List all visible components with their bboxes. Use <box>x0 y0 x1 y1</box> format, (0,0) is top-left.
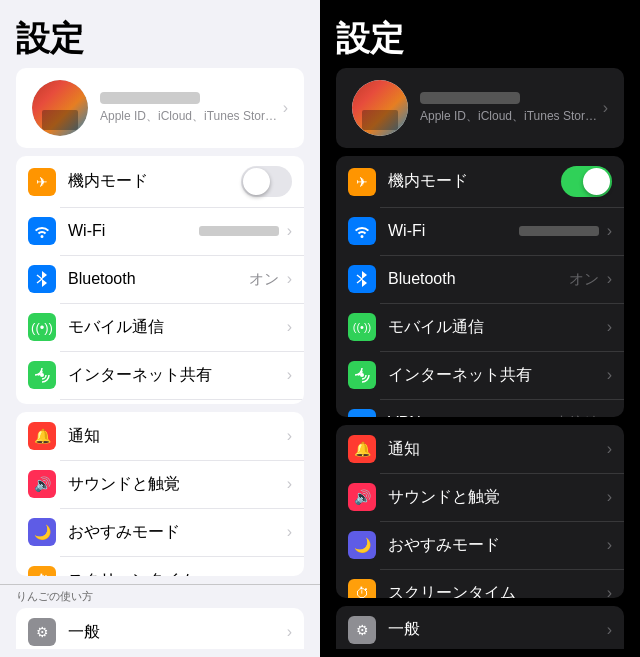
light-screentime-chevron: › <box>287 571 292 576</box>
dark-row-bluetooth[interactable]: Bluetooth オン › <box>336 255 624 303</box>
light-profile-name-bar <box>100 92 200 104</box>
dark-notification-label: 通知 <box>388 439 603 460</box>
light-row-notification[interactable]: 🔔 通知 › <box>16 412 304 460</box>
svg-line-1 <box>37 279 42 283</box>
light-airplane-label: 機内モード <box>68 171 241 192</box>
light-row-general[interactable]: ⚙ 一般 › <box>16 608 304 649</box>
dark-row-mobile[interactable]: ((•)) モバイル通信 › <box>336 303 624 351</box>
light-mobile-chevron: › <box>287 318 292 336</box>
dark-wifi-label: Wi-Fi <box>388 222 519 240</box>
dark-title: 設定 <box>320 0 640 68</box>
light-mobile-icon: ((•)) <box>28 313 56 341</box>
dark-airplane-toggle[interactable] <box>561 166 612 197</box>
light-wifi-value <box>199 226 279 236</box>
light-row-airplane[interactable]: ✈ 機内モード <box>16 156 304 207</box>
dark-panel: 設定 Apple ID、iCloud、iTunes StoreとApp S...… <box>320 0 640 657</box>
light-row-sleep[interactable]: 🌙 おやすみモード › <box>16 508 304 556</box>
light-airplane-icon: ✈ <box>28 168 56 196</box>
svg-line-4 <box>357 279 362 283</box>
dark-row-general[interactable]: ⚙ 一般 › <box>336 606 624 649</box>
dark-sleep-chevron: › <box>607 536 612 554</box>
light-row-bluetooth[interactable]: Bluetooth オン › <box>16 255 304 303</box>
dark-bluetooth-label: Bluetooth <box>388 270 569 288</box>
light-screentime-label: スクリーンタイム <box>68 570 283 576</box>
light-wifi-icon <box>28 217 56 245</box>
dark-sleep-icon: 🌙 <box>348 531 376 559</box>
dark-profile-sub: Apple ID、iCloud、iTunes StoreとApp S... <box>420 108 599 125</box>
light-airplane-toggle[interactable] <box>241 166 292 197</box>
dark-sound-chevron: › <box>607 488 612 506</box>
light-bluetooth-value: オン <box>249 270 279 289</box>
dark-row-notification[interactable]: 🔔 通知 › <box>336 425 624 473</box>
dark-screentime-chevron: › <box>607 584 612 597</box>
dark-vpn-label: VPN <box>388 414 554 417</box>
dark-hotspot-label: インターネット共有 <box>388 365 603 386</box>
light-profile-chevron: › <box>283 99 288 117</box>
light-sleep-chevron: › <box>287 523 292 541</box>
light-panel: 設定 Apple ID、iCloud、iTunes StoreとApp S...… <box>0 0 320 657</box>
light-title: 設定 <box>0 0 320 68</box>
dark-mobile-label: モバイル通信 <box>388 317 603 338</box>
light-row-wifi[interactable]: Wi-Fi › <box>16 207 304 255</box>
light-row-sound[interactable]: 🔊 サウンドと触覚 › <box>16 460 304 508</box>
dark-profile-row[interactable]: Apple ID、iCloud、iTunes StoreとApp S... › <box>336 68 624 148</box>
light-bluetooth-icon <box>28 265 56 293</box>
dark-vpn-chevron: › <box>607 414 612 417</box>
light-profile-row[interactable]: Apple ID、iCloud、iTunes StoreとApp S... › <box>16 68 304 148</box>
light-hotspot-label: インターネット共有 <box>68 365 283 386</box>
dark-general-chevron: › <box>607 621 612 639</box>
light-sound-chevron: › <box>287 475 292 493</box>
dark-bluetooth-chevron: › <box>607 270 612 288</box>
light-section1: ✈ 機内モード Wi-Fi › <box>16 156 304 404</box>
light-notification-icon: 🔔 <box>28 422 56 450</box>
dark-vpn-icon: VPN <box>348 409 376 417</box>
dark-hotspot-chevron: › <box>607 366 612 384</box>
dark-row-sleep[interactable]: 🌙 おやすみモード › <box>336 521 624 569</box>
light-watermark-text: りんごの使い方 <box>16 589 93 604</box>
dark-notification-icon: 🔔 <box>348 435 376 463</box>
dark-row-airplane[interactable]: ✈ 機内モード <box>336 156 624 207</box>
light-bluetooth-chevron: › <box>287 270 292 288</box>
dark-general-label: 一般 <box>388 619 603 640</box>
dark-row-sound[interactable]: 🔊 サウンドと触覚 › <box>336 473 624 521</box>
dark-row-hotspot[interactable]: インターネット共有 › <box>336 351 624 399</box>
dark-row-screentime[interactable]: ⏱ スクリーンタイム › <box>336 569 624 597</box>
dark-wifi-icon <box>348 217 376 245</box>
light-wifi-chevron: › <box>287 222 292 240</box>
dark-general-icon: ⚙ <box>348 616 376 644</box>
dark-row-vpn[interactable]: VPN VPN 未接続 › <box>336 399 624 417</box>
light-notification-label: 通知 <box>68 426 283 447</box>
light-row-vpn[interactable]: VPN VPN 未接続 › <box>16 399 304 404</box>
light-profile-sub: Apple ID、iCloud、iTunes StoreとApp S... <box>100 108 279 125</box>
dark-section2: 🔔 通知 › 🔊 サウンドと触覚 › 🌙 おやすみモード › ⏱ スクリー <box>336 425 624 597</box>
light-sound-label: サウンドと触覚 <box>68 474 283 495</box>
svg-line-0 <box>37 275 42 279</box>
light-wifi-label: Wi-Fi <box>68 222 199 240</box>
light-hotspot-icon <box>28 361 56 389</box>
light-mobile-label: モバイル通信 <box>68 317 283 338</box>
light-bluetooth-label: Bluetooth <box>68 270 249 288</box>
dark-avatar <box>352 80 408 136</box>
dark-profile-text: Apple ID、iCloud、iTunes StoreとApp S... <box>420 92 599 125</box>
dark-bluetooth-value: オン <box>569 270 599 289</box>
dark-section3-partial: ⚙ 一般 › <box>336 606 624 649</box>
dark-vpn-value: 未接続 <box>554 414 599 418</box>
dark-profile-name-bar <box>420 92 520 104</box>
light-row-screentime[interactable]: ⏱ スクリーンタイム › <box>16 556 304 576</box>
light-row-mobile[interactable]: ((•)) モバイル通信 › <box>16 303 304 351</box>
light-profile-text: Apple ID、iCloud、iTunes StoreとApp S... <box>100 92 279 125</box>
light-general-icon: ⚙ <box>28 618 56 646</box>
dark-sound-label: サウンドと触覚 <box>388 487 603 508</box>
dark-section1: ✈ 機内モード Wi-Fi › <box>336 156 624 417</box>
light-general-label: 一般 <box>68 622 283 643</box>
dark-airplane-icon: ✈ <box>348 168 376 196</box>
dark-mobile-icon: ((•)) <box>348 313 376 341</box>
light-row-hotspot[interactable]: インターネット共有 › <box>16 351 304 399</box>
light-section2: 🔔 通知 › 🔊 サウンドと触覚 › 🌙 おやすみモード › ⏱ スクリー <box>16 412 304 576</box>
dark-airplane-label: 機内モード <box>388 171 561 192</box>
light-sound-icon: 🔊 <box>28 470 56 498</box>
dark-row-wifi[interactable]: Wi-Fi › <box>336 207 624 255</box>
dark-wifi-chevron: › <box>607 222 612 240</box>
light-sleep-icon: 🌙 <box>28 518 56 546</box>
light-bottom-bar: りんごの使い方 <box>0 584 320 608</box>
